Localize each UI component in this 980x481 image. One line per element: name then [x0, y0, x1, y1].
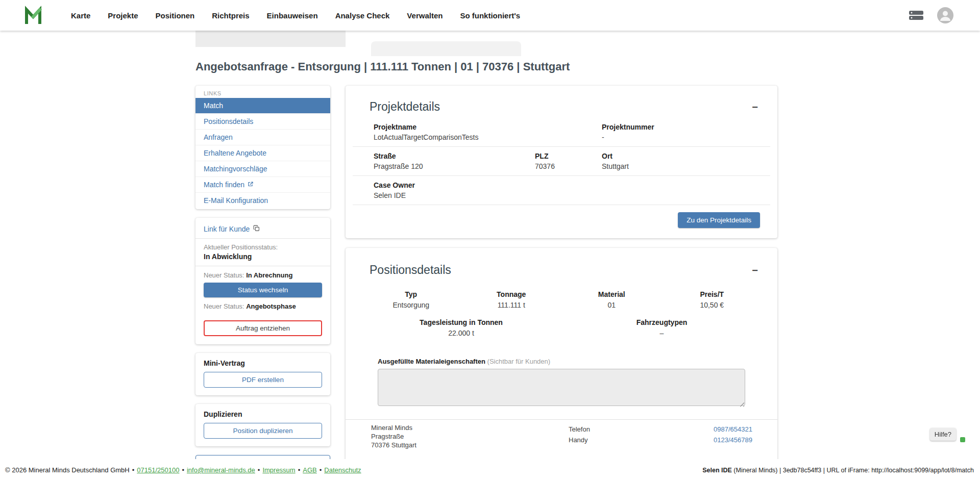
projektdetails-title: Projektdetails [370, 100, 440, 114]
field-plz: PLZ 70376 [535, 152, 602, 170]
nav-item-richtpreis[interactable]: Richtpreis [212, 11, 249, 20]
contact-phone-row: Telefon 0987/654321 [569, 424, 752, 435]
change-status-button[interactable]: Status wechseln [204, 283, 322, 297]
mini-contract-title: Mini-Vertrag [204, 359, 322, 367]
sidebar-item-email-konfiguration[interactable]: E-Mail Konfiguration [195, 193, 330, 208]
footer-phone-link[interactable]: 07151/250100 [137, 466, 179, 474]
field-strasse: Straße Pragstraße 120 [374, 152, 535, 170]
skeleton-block-2 [371, 41, 521, 56]
field-preis-t: Preis/T 10,50 € [662, 290, 763, 309]
duplicate-title: Duplizieren [204, 410, 322, 418]
sidebar-item-anfragen[interactable]: Anfragen [195, 130, 330, 145]
create-pdf-button[interactable]: PDF erstellen [204, 372, 322, 388]
material-properties-textarea[interactable] [378, 369, 745, 406]
sidebar: LINKS Match Positionsdetails Anfragen Er… [195, 86, 330, 472]
footer-user: Selen IDE [702, 467, 732, 474]
contact-city: 70376 Stuttgart [371, 441, 416, 449]
material-properties-hint: (Sichtbar für Kunden) [487, 358, 551, 365]
page-title: Angebotsanfrage - Entsorgung | 111.111 T… [195, 60, 777, 73]
phone-label: Telefon [569, 425, 590, 433]
field-projektname: Projektname LotActualTargetComparisonTes… [374, 123, 535, 141]
main-menu: Karte Projekte Positionen Richtpreis Ein… [71, 11, 537, 20]
field-ort: Ort Stuttgart [602, 152, 757, 170]
contact-mobile-row: Handy 0123/456789 [569, 435, 752, 445]
footer-datenschutz-link[interactable]: Datenschutz [324, 466, 361, 474]
collapse-projektdetails-button[interactable]: − [752, 102, 758, 112]
skeleton-block-1 [195, 30, 346, 47]
nav-item-verwalten[interactable]: Verwalten [407, 11, 443, 20]
nav-right-tools [909, 7, 980, 23]
avatar[interactable] [937, 7, 953, 23]
field-fahrzeugtypen: Fahrzeugtypen – [561, 318, 762, 337]
match-finden-label: Match finden [204, 181, 244, 189]
contact-street: Pragstraße [371, 432, 416, 441]
main-column: Projektdetails − Projektname LotActualTa… [346, 86, 777, 481]
bullet-separator: • [298, 466, 301, 474]
contact-company: Mineral Minds [371, 423, 416, 432]
nav-item-einbauweisen[interactable]: Einbauweisen [267, 11, 318, 20]
next-status-2: Neuer Status: Angebotsphase [204, 297, 322, 314]
contact-section: Mineral Minds Pragstraße 70376 Stuttgart… [346, 420, 777, 460]
top-nav: Karte Projekte Positionen Richtpreis Ein… [0, 0, 980, 31]
external-link-icon [248, 181, 254, 189]
footer-session-info: Selen IDE (Mineral Minds) | 3edb78c54ff3… [702, 467, 974, 474]
server-icon[interactable] [909, 10, 924, 21]
next-status-2-value: Angebotsphase [246, 302, 296, 310]
field-tonnage: Tonnage 111.111 t [461, 290, 562, 309]
next-status-2-label: Neuer Status: [204, 302, 244, 310]
withdraw-order-button[interactable]: Auftrag entziehen [204, 320, 322, 336]
field-tagesleistung: Tagesleistung in Tonnen 22.000 t [361, 318, 561, 337]
mobile-link[interactable]: 0123/456789 [714, 436, 752, 444]
footer: © 2026 Mineral Minds Deutschland GmbH • … [0, 459, 980, 481]
field-projektnummer: Projektnummer - [602, 123, 757, 141]
nav-item-positionen[interactable]: Positionen [156, 11, 195, 20]
footer-session-rest: (Mineral Minds) | 3edb78c54ff3 | URL of … [732, 467, 974, 474]
sidebar-item-match[interactable]: Match [195, 98, 330, 114]
current-status-label: Aktueller Positionsstatus: [204, 243, 322, 251]
duplicate-card: Duplizieren Position duplizieren [195, 404, 330, 446]
customer-link[interactable]: Link für Kunde [204, 223, 322, 238]
status-dot-icon [960, 437, 965, 442]
current-status-value: In Abwicklung [204, 252, 322, 261]
nav-item-analyse-check[interactable]: Analyse Check [335, 11, 390, 20]
bullet-separator: • [182, 466, 184, 474]
material-properties-section: Ausgefüllte Materialeigenschaften (Sicht… [346, 337, 777, 408]
duplicate-position-button[interactable]: Position duplizieren [204, 423, 322, 439]
go-to-projektdetails-button[interactable]: Zu den Projektdetails [678, 212, 760, 228]
customer-link-label: Link für Kunde [204, 225, 250, 233]
nav-item-so-funktionierts[interactable]: So funktioniert's [460, 11, 520, 20]
sidebar-item-match-finden[interactable]: Match finden [195, 177, 330, 193]
next-status-1-label: Neuer Status: [204, 271, 244, 279]
copyright-text: © 2026 Mineral Minds Deutschland GmbH [5, 466, 130, 474]
nav-item-projekte[interactable]: Projekte [108, 11, 138, 20]
mini-contract-card: Mini-Vertrag PDF erstellen [195, 353, 330, 395]
projektdetails-card: Projektdetails − Projektname LotActualTa… [346, 86, 777, 238]
positionsdetails-title: Positionsdetails [370, 263, 451, 277]
mobile-label: Handy [569, 436, 588, 444]
footer-impressum-link[interactable]: Impressum [262, 466, 295, 474]
current-status: Aktueller Positionsstatus: In Abwicklung [204, 239, 322, 266]
contact-address: Mineral Minds Pragstraße 70376 Stuttgart [371, 423, 416, 449]
collapse-positionsdetails-button[interactable]: − [752, 265, 758, 275]
contact-numbers: Telefon 0987/654321 Handy 0123/456789 [569, 423, 752, 449]
bullet-separator: • [320, 466, 322, 474]
sidebar-item-matchingvorschlaege[interactable]: Matchingvorschläge [195, 161, 330, 177]
copy-icon [253, 225, 260, 233]
next-status-1: Neuer Status: In Abrechnung [204, 266, 322, 283]
footer-email-link[interactable]: info@mineral-minds.de [187, 466, 255, 474]
field-typ: Typ Entsorgung [361, 290, 461, 309]
field-material: Material 01 [561, 290, 662, 309]
mineral-minds-logo-icon[interactable] [23, 5, 43, 26]
help-button[interactable]: Hilfe? [930, 428, 956, 441]
material-properties-label: Ausgefüllte Materialeigenschaften [378, 358, 485, 365]
next-status-1-value: In Abrechnung [246, 271, 292, 279]
footer-agb-link[interactable]: AGB [303, 466, 316, 474]
sidebar-item-erhaltene-angebote[interactable]: Erhaltene Angebote [195, 145, 330, 161]
status-card: Link für Kunde Aktueller Positionsstatus… [195, 218, 330, 344]
nav-item-karte[interactable]: Karte [71, 11, 90, 20]
bullet-separator: • [258, 466, 260, 474]
sidebar-item-positionsdetails[interactable]: Positionsdetails [195, 114, 330, 130]
phone-link[interactable]: 0987/654321 [714, 425, 752, 433]
page-content: Angebotsanfrage - Entsorgung | 111.111 T… [195, 60, 777, 481]
footer-left: © 2026 Mineral Minds Deutschland GmbH • … [5, 466, 361, 474]
